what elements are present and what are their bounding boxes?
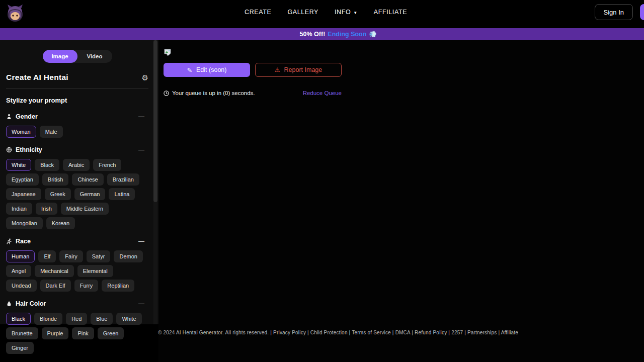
sign-up-button-clipped[interactable] <box>640 4 644 20</box>
dash-emoji: 💨 <box>369 31 376 38</box>
section-title: Race <box>16 238 135 245</box>
option-chip-german[interactable]: German <box>74 188 106 200</box>
option-chip-chinese[interactable]: Chinese <box>72 173 103 186</box>
nav-menu: CREATE GALLERY INFO ▼ AFFILIATE <box>245 9 407 16</box>
sidebar-scrollbar[interactable] <box>153 40 157 324</box>
option-chip-indian[interactable]: Indian <box>6 203 32 215</box>
option-chip-japanese[interactable]: Japanese <box>6 188 41 200</box>
scrollbar-thumb[interactable] <box>153 40 157 202</box>
person-icon <box>6 114 12 120</box>
option-chip-arabic[interactable]: Arabic <box>63 159 90 171</box>
dye-icon <box>6 301 12 307</box>
main-content: ✎ Edit (soon) ⚠ Report Image Your queue … <box>158 40 644 362</box>
promo-banner: 50% Off! Ending Soon 💨 <box>0 28 644 40</box>
toggle-image[interactable]: Image <box>43 50 77 63</box>
option-chip-undead[interactable]: Undead <box>6 280 37 292</box>
filter-section-gender: Gender—WomanMale <box>6 113 148 138</box>
broken-image-icon <box>164 49 171 57</box>
option-chip-woman[interactable]: Woman <box>6 126 36 138</box>
pencil-icon: ✎ <box>187 66 192 74</box>
option-chip-korean[interactable]: Korean <box>46 217 75 229</box>
option-chip-middle-eastern[interactable]: Middle Eastern <box>61 203 109 215</box>
nav-item-info[interactable]: INFO ▼ <box>335 9 358 16</box>
option-chip-mongolian[interactable]: Mongolian <box>6 217 43 229</box>
gear-icon[interactable]: ⚙ <box>142 74 148 81</box>
nav-item-label: CREATE <box>245 9 271 16</box>
chevron-down-icon: ▼ <box>353 11 358 15</box>
reduce-queue-link[interactable]: Reduce Queue <box>303 90 342 96</box>
option-chip-white[interactable]: White <box>6 159 31 171</box>
nav-item-create[interactable]: CREATE <box>245 9 271 16</box>
option-chip-black[interactable]: Black <box>35 159 59 171</box>
nav-item-label: GALLERY <box>287 9 318 16</box>
option-chip-demon[interactable]: Demon <box>114 250 142 262</box>
option-chip-british[interactable]: British <box>42 173 69 186</box>
option-chip-brazilian[interactable]: Brazilian <box>107 173 139 186</box>
nav-item-gallery[interactable]: GALLERY <box>287 9 318 16</box>
filter-section-race: Race—HumanElfFairySatyrDemonAngelMechani… <box>6 238 148 292</box>
queue-status-text: Your queue is up in (0) seconds. <box>172 90 255 96</box>
promo-offer-text: 50% Off! <box>300 31 326 38</box>
option-chip-furry[interactable]: Furry <box>74 280 99 292</box>
sign-in-button[interactable]: Sign In <box>595 4 633 20</box>
section-title: Gender <box>16 113 135 120</box>
option-chip-latina[interactable]: Latina <box>109 188 135 200</box>
option-chip-male[interactable]: Male <box>40 126 63 138</box>
section-title: Ethnicity <box>16 146 135 153</box>
filters-sidebar: Image Video Create AI Hentai ⚙ Stylize y… <box>0 40 158 324</box>
footer-legal-text[interactable]: © 2024 AI Hentai Generator. All rights r… <box>32 330 644 335</box>
report-image-button[interactable]: ⚠ Report Image <box>255 63 342 77</box>
running-icon <box>6 238 12 244</box>
option-chip-egyptian[interactable]: Egyptian <box>6 173 39 186</box>
option-chip-blue[interactable]: Blue <box>91 313 113 325</box>
option-chip-greek[interactable]: Greek <box>45 188 71 200</box>
collapse-section-button[interactable]: — <box>138 146 148 153</box>
page-title: Create AI Hentai <box>6 73 68 82</box>
toggle-video[interactable]: Video <box>77 50 112 63</box>
image-video-toggle: Image Video <box>43 50 112 63</box>
queue-status-row: Your queue is up in (0) seconds. Reduce … <box>164 90 342 96</box>
filter-section-hair-color: Hair Color—BlackBlondeRedBlueWhiteBrunet… <box>6 300 148 354</box>
clock-icon <box>164 90 169 96</box>
option-chip-reptilian[interactable]: Reptilian <box>102 280 134 292</box>
edit-button[interactable]: ✎ Edit (soon) <box>164 63 250 77</box>
filter-section-ethnicity: Ethnicity—WhiteBlackArabicFrenchEgyptian… <box>6 146 148 229</box>
report-button-label: Report Image <box>284 66 323 73</box>
brand-logo-avatar[interactable] <box>5 3 25 24</box>
option-chip-black[interactable]: Black <box>6 313 31 325</box>
collapse-section-button[interactable]: — <box>138 238 148 245</box>
top-navbar: CREATE GALLERY INFO ▼ AFFILIATE Sign In <box>0 0 644 26</box>
option-chip-dark-elf[interactable]: Dark Elf <box>40 280 71 292</box>
collapse-section-button[interactable]: — <box>138 113 148 120</box>
option-chip-fairy[interactable]: Fairy <box>59 250 83 262</box>
nav-item-affiliate[interactable]: AFFILIATE <box>374 9 407 16</box>
warning-icon: ⚠ <box>275 66 280 73</box>
divider <box>6 88 148 88</box>
promo-ending-soon-link[interactable]: Ending Soon <box>328 31 366 38</box>
nav-item-label: INFO <box>335 9 351 16</box>
option-chip-ginger[interactable]: Ginger <box>6 342 34 354</box>
section-title: Hair Color <box>16 300 135 307</box>
option-chip-elemental[interactable]: Elemental <box>77 265 113 277</box>
edit-button-label: Edit (soon) <box>196 66 226 73</box>
option-chip-white[interactable]: White <box>116 313 141 325</box>
option-chip-mechanical[interactable]: Mechanical <box>35 265 74 277</box>
nav-item-label: AFFILIATE <box>374 9 407 16</box>
option-chip-blonde[interactable]: Blonde <box>34 313 62 325</box>
option-chip-red[interactable]: Red <box>66 313 87 325</box>
option-chip-irish[interactable]: Irish <box>36 203 57 215</box>
option-chip-elf[interactable]: Elf <box>38 250 56 262</box>
globe-icon <box>6 147 12 153</box>
filter-sections: Gender—WomanMaleEthnicity—WhiteBlackArab… <box>6 113 148 354</box>
option-chip-satyr[interactable]: Satyr <box>87 250 111 262</box>
stylize-prompt-heading: Stylize your prompt <box>6 97 148 104</box>
option-chip-human[interactable]: Human <box>6 250 35 262</box>
option-chip-angel[interactable]: Angel <box>6 265 31 277</box>
collapse-section-button[interactable]: — <box>138 300 148 307</box>
option-chip-french[interactable]: French <box>93 159 121 171</box>
